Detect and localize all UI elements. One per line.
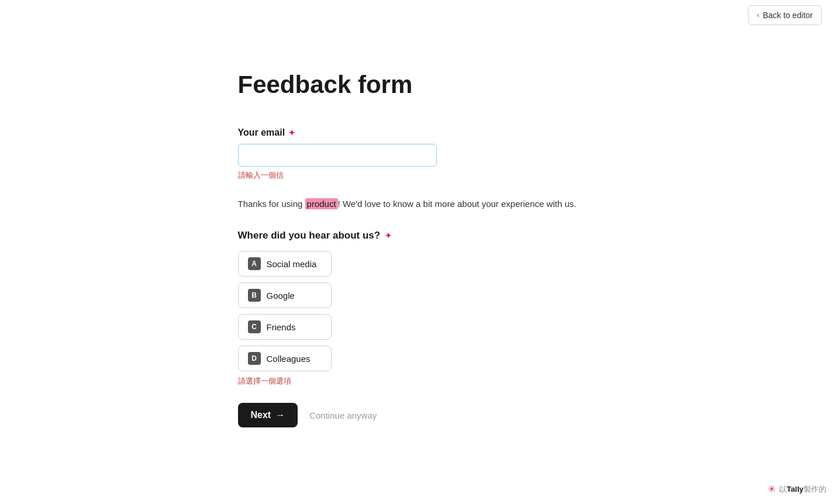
option-label: Colleagues: [267, 354, 311, 364]
list-item[interactable]: ASocial media: [238, 251, 332, 277]
email-field-group: Your email ✦ 請輸入一個信: [238, 127, 601, 181]
options-list: ASocial mediaBGoogleCFriendsDColleagues: [238, 251, 601, 371]
form-title: Feedback form: [238, 70, 601, 99]
back-to-editor-button[interactable]: ‹ Back to editor: [748, 5, 822, 25]
back-to-editor-label: Back to editor: [763, 11, 813, 20]
option-letter: B: [248, 289, 261, 302]
highlight-product: product: [305, 198, 338, 209]
select-error: 請選擇一個選項: [238, 376, 601, 386]
chevron-left-icon: ‹: [757, 11, 759, 19]
option-label: Social media: [267, 259, 317, 269]
arrow-right-icon: →: [275, 410, 285, 420]
option-letter: C: [248, 320, 261, 333]
email-error: 請輸入一個信: [238, 170, 601, 181]
option-label: Friends: [267, 322, 296, 332]
email-required-star: ✦: [288, 128, 295, 137]
hear-about-field-group: Where did you hear about us? ✦ ASocial m…: [238, 230, 601, 386]
list-item[interactable]: CFriends: [238, 314, 332, 340]
email-label: Your email ✦: [238, 127, 601, 138]
email-input[interactable]: [238, 144, 437, 167]
option-label: Google: [267, 291, 295, 301]
hear-about-label: Where did you hear about us? ✦: [238, 230, 601, 241]
option-letter: D: [248, 352, 261, 365]
tally-logo-icon: ✳: [768, 484, 775, 495]
list-item[interactable]: BGoogle: [238, 282, 332, 308]
next-button[interactable]: Next →: [238, 403, 298, 427]
tally-footer-text: 以Tally製作的: [779, 484, 826, 495]
hear-about-required-star: ✦: [385, 231, 392, 240]
form-container: Feedback form Your email ✦ 請輸入一個信 Thanks…: [215, 0, 624, 474]
next-label: Next: [251, 410, 271, 420]
option-letter: A: [248, 257, 261, 270]
buttons-row: Next → Continue anyway: [238, 403, 601, 427]
list-item[interactable]: DColleagues: [238, 346, 332, 371]
description-text: Thanks for using product! We'd love to k…: [238, 197, 601, 211]
continue-anyway-button[interactable]: Continue anyway: [307, 406, 379, 425]
tally-footer: ✳ 以Tally製作的: [768, 484, 826, 495]
